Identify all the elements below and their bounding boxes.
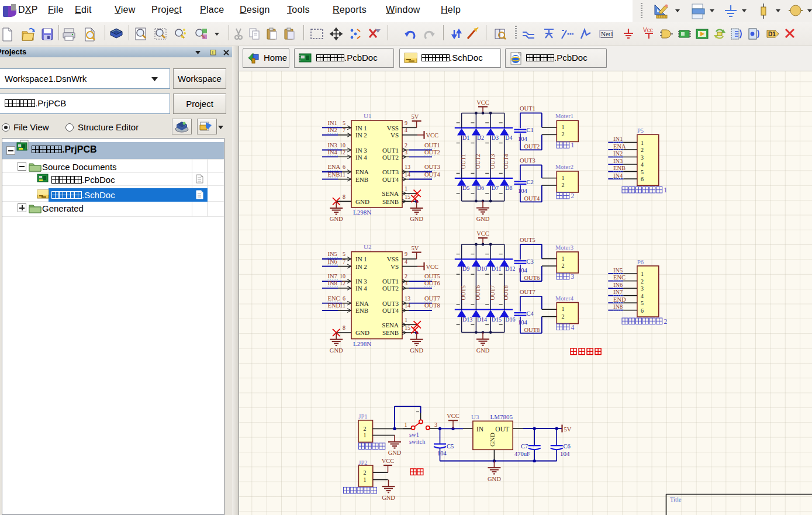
svg-text:IN 2: IN 2 — [355, 263, 367, 270]
svg-text:4: 4 — [641, 161, 644, 168]
svg-text:5V: 5V — [564, 426, 572, 433]
svg-text:Moter2: Moter2 — [555, 164, 573, 170]
svg-text:13: 13 — [405, 295, 410, 302]
svg-text:1: 1 — [641, 140, 644, 146]
svg-text:3: 3 — [571, 273, 575, 280]
svg-text:470uF: 470uF — [514, 451, 530, 457]
svg-text:OUT3: OUT3 — [382, 300, 399, 307]
svg-text:D2: D2 — [477, 134, 484, 141]
svg-text:D11: D11 — [492, 265, 502, 272]
svg-text:OUT8: OUT8 — [503, 285, 509, 300]
svg-text:D12: D12 — [505, 265, 515, 272]
svg-text:ENA: ENA — [328, 164, 341, 170]
svg-text:9: 9 — [405, 120, 407, 126]
svg-text:OUT4: OUT4 — [382, 307, 399, 314]
svg-text:GND: GND — [355, 329, 369, 336]
svg-text:C6: C6 — [564, 443, 571, 450]
svg-text:104: 104 — [560, 450, 570, 457]
svg-text:L298N: L298N — [353, 340, 371, 347]
svg-text:IN8: IN8 — [328, 280, 337, 286]
svg-text:GND: GND — [410, 347, 423, 354]
svg-text:C7: C7 — [521, 443, 528, 450]
svg-text:13: 13 — [405, 164, 410, 170]
svg-text:U1: U1 — [364, 112, 371, 119]
svg-text:IN4: IN4 — [613, 172, 623, 179]
svg-text:IN5: IN5 — [613, 267, 623, 274]
svg-text:IN: IN — [476, 426, 484, 433]
svg-text:C2: C2 — [527, 179, 534, 185]
svg-text:4: 4 — [641, 293, 644, 299]
svg-text:5: 5 — [641, 300, 644, 306]
svg-text:1: 1 — [364, 432, 367, 438]
svg-text:5: 5 — [343, 251, 345, 257]
svg-text:104: 104 — [437, 450, 447, 457]
svg-text:OUT4: OUT4 — [503, 154, 509, 169]
svg-text:D1: D1 — [462, 134, 469, 141]
svg-text:1: 1 — [562, 255, 565, 262]
svg-text:GND: GND — [330, 216, 343, 222]
svg-text:C5: C5 — [447, 443, 454, 450]
svg-text:IN7: IN7 — [328, 273, 337, 279]
svg-text:OUT4: OUT4 — [382, 176, 399, 183]
svg-text:IN 4: IN 4 — [355, 285, 367, 292]
svg-text:VS: VS — [391, 132, 399, 139]
svg-text:6: 6 — [343, 295, 345, 302]
svg-text:IN3: IN3 — [328, 142, 337, 148]
svg-text:6: 6 — [641, 307, 644, 314]
svg-text:1: 1 — [562, 124, 565, 130]
svg-text:ENC: ENC — [613, 274, 626, 281]
svg-text:5V: 5V — [412, 113, 419, 120]
svg-text:1: 1 — [664, 186, 667, 193]
svg-text:IN 4: IN 4 — [355, 154, 367, 161]
svg-text:1: 1 — [405, 317, 407, 323]
svg-text:1: 1 — [405, 185, 407, 192]
svg-text:D13: D13 — [462, 316, 472, 323]
svg-text:OUT1: OUT1 — [460, 154, 467, 169]
svg-text:11: 11 — [340, 302, 345, 309]
svg-text:OUT1: OUT1 — [520, 105, 535, 112]
svg-text:2: 2 — [405, 273, 407, 279]
svg-text:104: 104 — [518, 267, 528, 274]
svg-text:SENB: SENB — [382, 329, 399, 336]
svg-text:ENB: ENB — [328, 171, 340, 178]
svg-text:OUT8: OUT8 — [424, 302, 440, 309]
svg-text:U2: U2 — [364, 243, 371, 250]
svg-text:VSS: VSS — [387, 255, 399, 262]
svg-text:D5: D5 — [462, 185, 469, 191]
svg-text:GND: GND — [488, 476, 501, 482]
svg-text:OUT7: OUT7 — [520, 289, 535, 295]
svg-text:D8: D8 — [505, 185, 512, 191]
svg-text:2: 2 — [641, 147, 644, 153]
svg-text:OUT5: OUT5 — [520, 237, 535, 243]
svg-text:3: 3 — [641, 154, 644, 161]
svg-text:D16: D16 — [505, 316, 515, 323]
svg-text:IN6: IN6 — [328, 258, 337, 265]
svg-text:IN 1: IN 1 — [355, 255, 367, 262]
svg-text:IN3: IN3 — [613, 158, 623, 164]
svg-text:SENA: SENA — [382, 190, 399, 197]
svg-text:IN 3: IN 3 — [355, 147, 367, 154]
svg-text:GND: GND — [355, 198, 369, 205]
svg-text:VCC: VCC — [476, 230, 489, 237]
svg-text:D4: D4 — [505, 134, 512, 141]
svg-text:12: 12 — [340, 149, 345, 155]
svg-text:C3: C3 — [527, 258, 534, 265]
svg-text:6: 6 — [641, 176, 644, 182]
svg-text:SENA: SENA — [382, 322, 399, 329]
svg-text:D1: D1 — [768, 31, 776, 37]
svg-text:sw1: sw1 — [409, 431, 419, 438]
svg-text:JP1: JP1 — [358, 413, 367, 420]
svg-text:7: 7 — [343, 127, 345, 133]
svg-text:LM7805: LM7805 — [490, 413, 513, 420]
svg-text:OUT2: OUT2 — [382, 285, 399, 292]
svg-text:IN2: IN2 — [328, 127, 337, 133]
svg-text:IN 2: IN 2 — [355, 132, 367, 139]
svg-text:OUT4: OUT4 — [524, 195, 541, 202]
svg-text:OUT2: OUT2 — [382, 154, 399, 161]
svg-text:1: 1 — [562, 306, 565, 312]
svg-text:3: 3 — [434, 421, 437, 428]
svg-text:2: 2 — [562, 182, 565, 188]
svg-text:12: 12 — [340, 280, 345, 286]
svg-text:2: 2 — [364, 426, 367, 432]
svg-text:Moter3: Moter3 — [555, 244, 573, 251]
